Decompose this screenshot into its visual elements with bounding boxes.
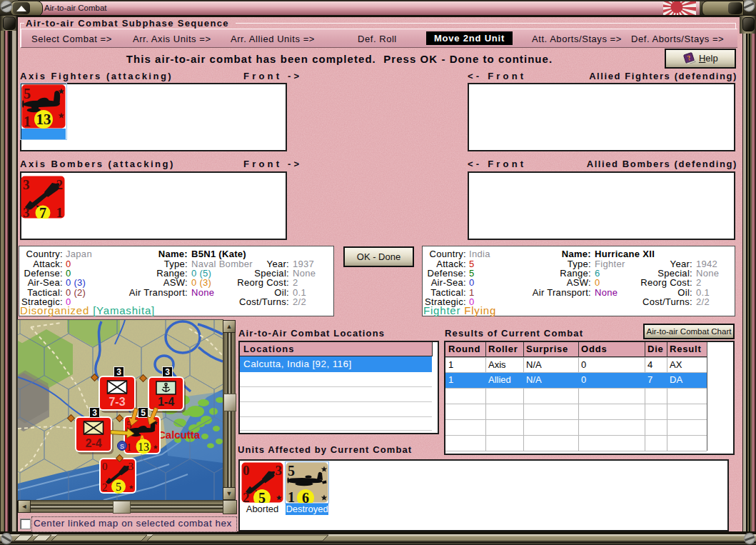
svg-text:13: 13 [36,111,51,128]
svg-text:1-4: 1-4 [158,396,174,408]
svg-text:1: 1 [56,205,64,219]
svg-text:6: 6 [302,490,309,503]
svg-text:2: 2 [165,382,168,387]
svg-text:7-3: 7-3 [109,396,125,408]
svg-text:3: 3 [276,463,283,478]
svg-text:13: 13 [138,441,149,453]
svg-text:3: 3 [92,408,97,418]
svg-text:3: 3 [23,177,30,192]
svg-text:S: S [120,443,124,450]
svg-text:5: 5 [24,86,31,101]
svg-text:2-4: 2-4 [85,437,101,449]
svg-text:1: 1 [24,114,31,129]
svg-text:3: 3 [23,205,30,219]
svg-text:1: 1 [288,489,295,503]
svg-text:Calcutta: Calcutta [158,429,201,441]
svg-text:2: 2 [243,490,250,503]
svg-text:7: 7 [39,205,46,219]
svg-text:1: 1 [126,441,132,453]
svg-text:3: 3 [116,367,121,377]
svg-text:3: 3 [165,367,170,377]
svg-text:5: 5 [288,463,295,479]
svg-text:5: 5 [141,408,146,418]
svg-text:0: 0 [243,463,250,478]
svg-text:5: 5 [258,490,266,503]
svg-text:0: 0 [102,461,108,472]
svg-text:5: 5 [116,481,121,493]
svg-text:2: 2 [102,481,108,493]
